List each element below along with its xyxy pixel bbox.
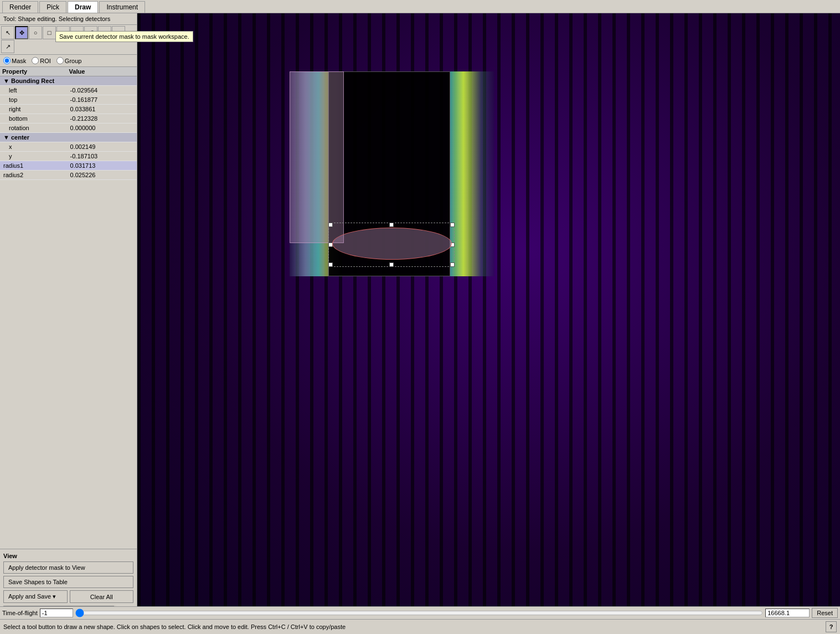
tab-pick[interactable]: Pick [39,1,66,13]
handle-tm[interactable] [389,223,394,227]
properties-prop-table: Property Value ▼ Bounding Rect left -0.0… [0,67,137,180]
prop-right-key: right [0,105,67,114]
mode-group-label[interactable]: Group [56,57,82,64]
prop-radius1: radius1 0.031713 [0,161,137,171]
prop-bottom-val: -0.212328 [67,114,137,123]
tof-value[interactable] [765,609,810,617]
prop-x-key: x [0,142,67,152]
handle-bl[interactable] [328,262,333,267]
prop-radius2: radius2 0.025226 [0,171,137,180]
mode-mask-text: Mask [12,58,26,64]
mode-roi-label[interactable]: ROI [32,57,51,64]
tooltip: Save current detector mask to mask works… [55,31,137,42]
help-btn[interactable]: ? [826,621,837,632]
clear-all-btn[interactable]: Clear All [70,590,134,603]
prop-x: x 0.002149 [0,142,137,152]
tof-input[interactable] [40,609,73,617]
left-panel: Tool: Shape editing. Selecting detectors… [0,13,137,606]
ellipse-selection[interactable] [328,223,455,267]
prop-radius1-val: 0.031713 [67,161,137,171]
mode-mask-label[interactable]: Mask [3,57,26,64]
prop-radius2-key: radius2 [0,171,67,180]
detector-glow-right [450,71,494,276]
tof-label: Time-of-flight [2,610,38,616]
apply-and-save-btn[interactable]: Apply and Save ▾ [3,590,68,603]
tool-rectangle[interactable]: □ [43,26,56,39]
tool-move[interactable]: ✥ [15,26,28,39]
status-bar: Time-of-flight Reset [0,606,840,619]
mode-roi-radio[interactable] [32,57,39,64]
col-value: Value [67,67,137,76]
prop-radius2-val: 0.025226 [67,171,137,180]
mask-rect [290,71,344,243]
view-label: View [3,553,133,559]
btn-row: Apply and Save ▾ Clear All As Detector M… [3,590,133,603]
tab-draw[interactable]: Draw [68,1,98,13]
handle-tr[interactable] [450,223,455,227]
prop-left-val: -0.029564 [67,86,137,95]
reset-btn[interactable]: Reset [812,608,838,618]
ellipse-shape[interactable] [332,228,452,260]
handle-bm[interactable] [389,262,394,267]
prop-rotation: rotation 0.000000 [0,123,137,133]
prop-top-val: -0.161877 [67,95,137,105]
group-center-label: ▼ center [0,133,137,142]
prop-y-key: y [0,152,67,161]
group-bounding-rect: ▼ Bounding Rect [0,76,137,86]
apply-save-dropdown: As Detector Mask to workspace As Detecto… [3,606,114,606]
group-bounding-rect-label: ▼ Bounding Rect [0,76,137,86]
prop-x-val: 0.002149 [67,142,137,152]
handle-tl[interactable] [328,223,333,227]
prop-top-key: top [0,95,67,105]
mode-mask-radio[interactable] [3,57,11,64]
tool-info: Tool: Shape editing. Selecting detectors [0,13,137,25]
save-shapes-btn[interactable]: Save Shapes to Table [3,576,133,588]
ellipse-container[interactable] [328,223,455,267]
prop-right-val: 0.033861 [67,105,137,114]
mode-radio-group: Mask ROI Group [0,55,137,67]
main-layout: Tool: Shape editing. Selecting detectors… [0,13,840,606]
prop-left-key: left [0,86,67,95]
tool-select[interactable]: ↖ [1,26,14,39]
mode-group-radio[interactable] [56,57,64,64]
prop-left: left -0.029564 [0,86,137,95]
prop-radius1-key: radius1 [0,161,67,171]
apply-mask-btn[interactable]: Apply detector mask to View [3,561,133,574]
prop-y: y -0.187103 [0,152,137,161]
mode-roi-text: ROI [40,58,51,64]
tab-bar: Render Pick Draw Instrument [0,0,840,13]
canvas-area[interactable] [137,13,840,606]
prop-y-val: -0.187103 [67,152,137,161]
prop-rotation-key: rotation [0,123,67,133]
view-section: View Apply detector mask to View Save Sh… [0,549,137,606]
help-bar: Select a tool button to draw a new shape… [0,619,840,634]
group-center: ▼ center [0,133,137,142]
prop-top: top -0.161877 [0,95,137,105]
prop-bottom: bottom -0.212328 [0,114,137,123]
prop-right: right 0.033861 [0,105,137,114]
col-property: Property [0,67,67,76]
prop-bottom-key: bottom [0,114,67,123]
handle-br[interactable] [450,262,455,267]
tof-slider[interactable] [75,609,763,617]
tool-ellipse[interactable]: ○ [29,26,42,39]
tab-instrument[interactable]: Instrument [99,1,145,13]
mode-group-text: Group [65,58,82,64]
properties-table: Property Value ▼ Bounding Rect left -0.0… [0,67,137,549]
prop-rotation-val: 0.000000 [67,123,137,133]
tool-arrow[interactable]: ↗ [1,40,14,53]
help-text: Select a tool button to draw a new shape… [3,623,346,630]
tab-render[interactable]: Render [2,1,38,13]
canvas-bg [137,13,840,606]
